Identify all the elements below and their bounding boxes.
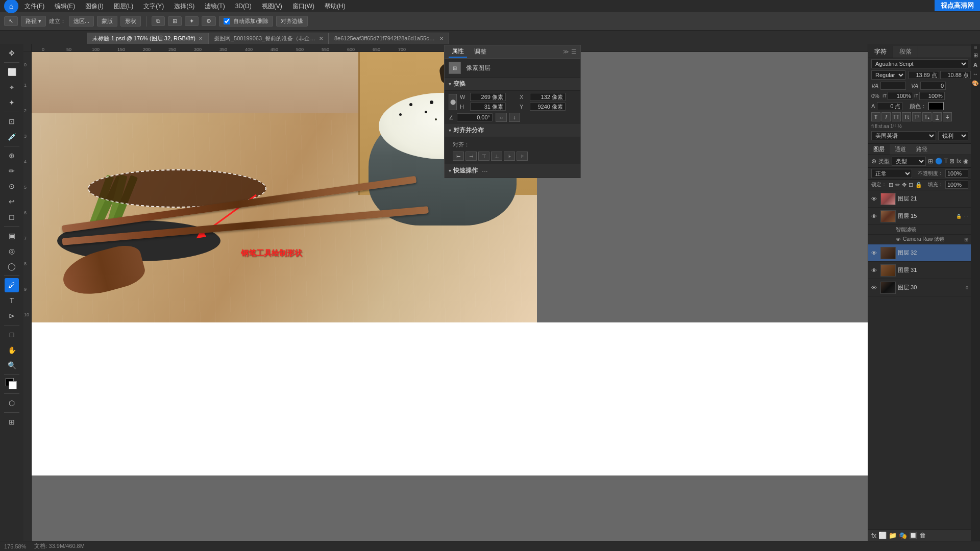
layer-15-more[interactable]: ⋯ [964, 214, 968, 219]
arrange-btn3[interactable]: ✦ [185, 16, 199, 26]
align-right-btn[interactable]: ⊤ [478, 152, 489, 161]
menu-file[interactable]: 文件(F) [20, 1, 48, 12]
delete-layer-btn[interactable]: 🗑 [919, 532, 926, 539]
menu-select[interactable]: 选择(S) [170, 1, 199, 12]
menu-filter[interactable]: 滤镜(T) [201, 1, 229, 12]
panel-icon-5[interactable]: 🎨 [972, 80, 979, 87]
history-brush-tool[interactable]: ↩ [5, 194, 19, 209]
filter-toggle[interactable]: ◉ [963, 158, 968, 165]
underline-btn[interactable]: T [933, 112, 942, 121]
chain-link-icon[interactable]: ⬤ [449, 94, 457, 110]
selection-btn[interactable]: 选区... [69, 16, 94, 27]
channels-tab[interactable]: 通道 [890, 144, 911, 155]
layer-item-15[interactable]: 👁 图层 15 🔒 ⋯ [868, 208, 971, 225]
filter-icons[interactable]: ⊞ 🔵 T ⊠ fx [928, 158, 961, 165]
gradient-tool[interactable]: ▣ [5, 229, 19, 243]
allcaps-btn[interactable]: TT [892, 112, 901, 121]
eye-icon-30[interactable]: 👁 [871, 285, 878, 291]
eye-icon-21[interactable]: 👁 [871, 196, 878, 202]
menu-window[interactable]: 窗口(W) [288, 1, 318, 12]
lock-all-btn[interactable]: 🔒 [915, 182, 922, 188]
align-top-btn[interactable]: ⊥ [491, 152, 502, 161]
clone-tool[interactable]: ⊙ [5, 179, 19, 193]
layer-item-32[interactable]: 👁 图层 32 [868, 244, 971, 262]
leading-input[interactable] [940, 71, 971, 79]
blur-tool[interactable]: ◎ [5, 244, 19, 258]
layer-item-21[interactable]: 👁 图层 21 [868, 190, 971, 208]
align-section-header[interactable]: ▾ 对齐并分布 [445, 124, 580, 137]
panel-icon-4[interactable]: ↔ [973, 71, 978, 77]
tab-2[interactable]: 8e6125eaf3ff65d71f7942f28a6d1a55ce3198b8… [329, 33, 449, 44]
quick-actions-header[interactable]: ▾ 快速操作 ··· [445, 164, 580, 178]
italic-btn[interactable]: T [881, 112, 891, 121]
panel-icon-1[interactable]: ≡ [972, 46, 978, 49]
opacity-input[interactable] [945, 169, 968, 178]
scale-h-input[interactable] [888, 92, 913, 100]
superscript-btn[interactable]: T¹ [912, 112, 921, 121]
path-select-tool[interactable]: ⊳ [5, 309, 19, 323]
menu-image[interactable]: 图像(I) [81, 1, 107, 12]
prop-expand-icon[interactable]: ≫ [563, 48, 569, 55]
new-group-btn[interactable]: 📁 [889, 532, 897, 539]
type-tool[interactable]: T [5, 293, 19, 308]
para-tab[interactable]: 段落 [893, 46, 918, 58]
subscript-btn[interactable]: T₁ [922, 112, 932, 121]
prop-tab-properties[interactable]: 属性 [449, 46, 467, 58]
eye-icon-31[interactable]: 👁 [871, 267, 878, 273]
kerning-input[interactable] [880, 82, 906, 90]
move-tool[interactable]: ✥ [5, 46, 19, 60]
hand-tool[interactable]: ✋ [5, 343, 19, 357]
filter-type-select[interactable]: 类型 [892, 157, 926, 166]
panel-icon-2[interactable]: ⊞ [973, 52, 978, 59]
align-center-v-btn[interactable]: ⊦ [504, 152, 515, 161]
blend-mode-select[interactable]: 正常 [871, 169, 912, 178]
auto-add-checkbox[interactable] [224, 18, 230, 24]
strikethrough-btn[interactable]: T [943, 112, 952, 121]
eye-icon-32[interactable]: 👁 [871, 250, 878, 256]
align-edges-btn[interactable]: 对齐边缘 [276, 16, 308, 27]
menu-view[interactable]: 视图(V) [258, 1, 286, 12]
fill-input[interactable] [945, 181, 968, 189]
home-button[interactable]: ⌂ [4, 0, 18, 13]
crop-tool[interactable]: ⊡ [5, 114, 19, 129]
lock-pixels-btn[interactable]: ✏ [895, 182, 900, 188]
healing-tool[interactable]: ⊕ [5, 148, 19, 163]
quick-mask-btn[interactable]: ⬡ [5, 396, 19, 410]
tab-close-0[interactable]: ✕ [199, 36, 203, 41]
baseline-input[interactable] [877, 102, 902, 110]
screen-mode-btn[interactable]: ⊞ [5, 415, 19, 429]
mask-btn[interactable]: 蒙版 [97, 16, 117, 27]
menu-layer[interactable]: 图层(L) [110, 1, 138, 12]
eyedropper-tool[interactable]: 💉 [5, 130, 19, 144]
tracking-input[interactable] [920, 82, 946, 90]
sharpness-select[interactable]: 锐利 [938, 131, 968, 140]
panel-icon-3[interactable]: A [973, 62, 977, 68]
layers-tab[interactable]: 图层 [868, 144, 890, 155]
scale-v-input[interactable] [919, 92, 945, 100]
magic-wand-tool[interactable]: ✦ [5, 95, 19, 110]
layer-item-31[interactable]: 👁 图层 31 [868, 262, 971, 279]
tab-1[interactable]: 摄图网_500199063_餐前的准备（非企业商用）.jpg @ 52.3% (… [208, 33, 329, 44]
menu-edit[interactable]: 编辑(E) [51, 1, 79, 12]
y-input[interactable] [530, 103, 566, 111]
h-input[interactable] [470, 103, 506, 111]
fg-bg-color[interactable] [5, 377, 19, 391]
flip-h-btn[interactable]: ↔ [496, 113, 507, 122]
menu-3d[interactable]: 3D(D) [231, 2, 256, 11]
fx-btn[interactable]: fx [871, 532, 876, 539]
tool-select-btn[interactable]: ↖ [4, 16, 18, 26]
tab-close-1[interactable]: ✕ [319, 36, 323, 41]
shape-btn[interactable]: 形状 [120, 16, 141, 27]
angle-input[interactable] [457, 113, 493, 121]
transform-section-header[interactable]: ▾ 变换 [445, 78, 580, 91]
marquee-tool[interactable]: ⬜ [5, 65, 19, 79]
align-bottom-btn[interactable]: ⊧ [517, 152, 528, 161]
w-input[interactable] [470, 93, 506, 101]
menu-help[interactable]: 帮助(H) [321, 1, 350, 12]
lock-transparent-btn[interactable]: ⊞ [889, 182, 893, 188]
lasso-tool[interactable]: ⌖ [5, 80, 19, 94]
eye-icon-camera-raw[interactable]: 👁 [896, 237, 901, 242]
bold-btn[interactable]: T [871, 112, 880, 121]
new-adjustment-btn[interactable]: 🎭 [899, 532, 907, 539]
tab-active[interactable]: 未标题-1.psd @ 176% (图层 32, RGB/8#) ✕ [87, 33, 208, 44]
